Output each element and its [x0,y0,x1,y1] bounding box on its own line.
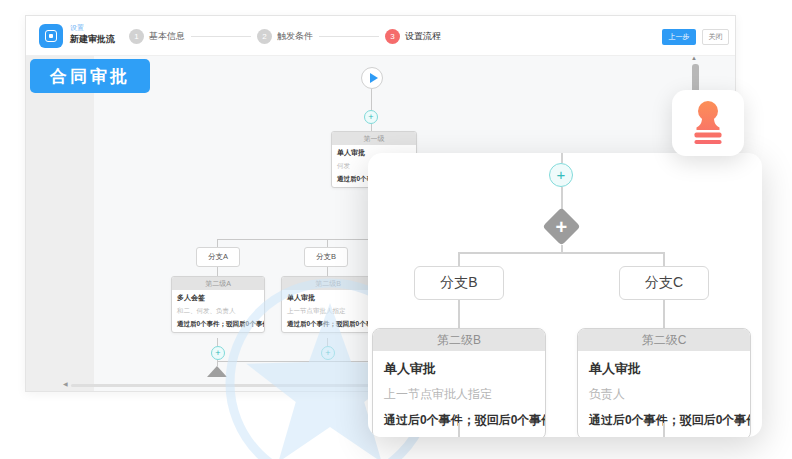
plus-icon: + [556,217,568,237]
node-card-header: 第二级B [282,277,374,290]
branch-split-line [458,252,665,254]
step-set-process[interactable]: 3 设置流程 [385,29,441,44]
branch-c-button[interactable]: 分支C [619,266,709,300]
previous-step-button[interactable]: 上一步 [662,29,696,45]
approval-node-card-level2a[interactable]: 第二级A 多人会签 和二、何发、负责人 通过后0个事件；驳回后0个事件 [171,276,265,333]
node-card-header: 第一级 [332,132,416,145]
connector-line [327,267,328,276]
node-card-header: 第二级C [578,329,750,351]
node-assignee: 上一节点审批人指定 [384,386,534,403]
approval-node-card-level2b[interactable]: 第二级B 单人审批 上一节点审批人指定 通过后0个事件；驳回后0个事件 [281,276,375,333]
step-connector [191,36,251,37]
node-assignee: 和二、何发、负责人 [177,307,259,316]
branch-a-button[interactable]: 分支A [196,247,240,267]
connector-line [561,187,563,211]
node-events: 通过后0个事件；驳回后0个事件 [177,320,259,329]
connector-line [217,239,218,247]
node-card-header: 第二级A [172,277,264,290]
connector-line [217,267,218,276]
wizard-header: 设置 新建审批流 1 基本信息 2 触发条件 3 设置流程 上一步 [26,16,735,56]
page-title: 新建审批流 [70,33,115,46]
play-icon [370,73,378,83]
connector-line [371,124,372,131]
connector-line [663,423,665,437]
add-node-button[interactable]: + [211,346,225,360]
stamp-icon-card[interactable] [672,90,744,156]
stamp-icon [686,100,730,146]
node-approval-type: 单人审批 [384,360,534,378]
vscroll-up-arrow[interactable]: ▲ [691,56,697,61]
connector-line [371,89,372,110]
node-assignee: 负责人 [589,386,739,403]
connector-line [458,252,460,266]
page: 设置 新建审批流 1 基本信息 2 触发条件 3 设置流程 上一步 [0,0,792,459]
add-node-button[interactable]: + [549,163,573,187]
zoomed-flow-panel: + + 分支B 分支C 第二级B 单人审批 上一节点审批人指定 通过后0个事件；… [368,153,762,437]
connector-line [561,245,563,252]
close-button[interactable]: 关闭 [702,29,729,45]
app-logo-icon [39,24,63,48]
wizard-steps: 1 基本信息 2 触发条件 3 设置流程 [129,16,441,56]
step-trigger-conditions[interactable]: 2 触发条件 [257,29,313,44]
approval-node-card-level2c[interactable]: 第二级C 单人审批 负责人 通过后0个事件；驳回后0个事件 [577,328,751,437]
app-section-label: 设置 [70,23,84,33]
node-approval-type: 多人会签 [177,293,259,303]
add-node-button[interactable]: + [321,346,335,360]
hscroll-left-arrow[interactable]: ◀ [63,380,68,387]
connector-line [663,252,665,266]
start-node[interactable] [361,67,383,89]
connector-line [327,338,328,346]
step-basic-info[interactable]: 1 基本信息 [129,29,185,44]
connector-line [663,300,665,328]
node-events: 通过后0个事件；驳回后0个事件 [287,320,369,329]
node-approval-type: 单人审批 [287,293,369,303]
node-assignee: 上一节点审批人指定 [287,307,369,316]
node-card-header: 第二级B [373,329,545,351]
branch-b-button[interactable]: 分支B [304,247,348,267]
node-approval-type: 单人审批 [589,360,739,378]
connector-line [458,300,460,328]
step-number-badge: 3 [385,29,400,44]
connector-line [217,338,218,346]
add-node-button[interactable]: + [364,110,378,124]
end-node-triangle[interactable] [207,366,227,377]
step-number-badge: 1 [129,29,144,44]
connector-line [458,423,460,437]
branch-b-button[interactable]: 分支B [414,266,504,300]
connector-line [561,153,563,163]
condition-diamond-node[interactable]: + [542,207,580,245]
connector-line [327,239,328,247]
approval-node-card-level2b[interactable]: 第二级B 单人审批 上一节点审批人指定 通过后0个事件；驳回后0个事件 [372,328,546,437]
step-connector [319,36,379,37]
canvas-left-strip [26,56,94,391]
step-number-badge: 2 [257,29,272,44]
flow-name-badge: 合同审批 [30,59,150,93]
